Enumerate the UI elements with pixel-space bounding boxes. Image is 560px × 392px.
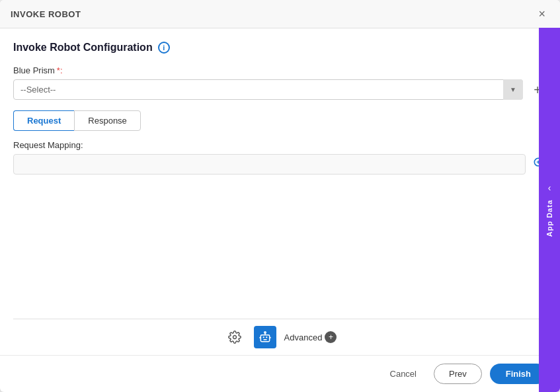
modal-toolbar: Advanced + — [13, 319, 547, 355]
modal-title: INVOKE ROBOT — [11, 9, 81, 19]
side-panel-label: App Data — [545, 200, 553, 237]
section-heading-text: Invoke Robot Configuration — [13, 42, 153, 54]
advanced-row[interactable]: Advanced + — [284, 331, 337, 343]
svg-rect-6 — [262, 336, 264, 338]
request-mapping-row — [13, 154, 547, 175]
cancel-button[interactable]: Cancel — [381, 364, 426, 384]
robot-icon-button[interactable] — [254, 326, 276, 348]
modal-body: Invoke Robot Configuration i Blue Prism … — [0, 28, 560, 355]
gear-icon-button[interactable] — [223, 326, 246, 348]
required-star: *: — [57, 65, 63, 75]
blue-prism-select[interactable]: --Select-- — [13, 79, 523, 100]
modal-footer-area — [13, 175, 547, 319]
request-mapping-input[interactable] — [13, 154, 526, 175]
blue-prism-select-wrapper: --Select-- — [13, 79, 523, 100]
advanced-plus-icon: + — [325, 331, 337, 343]
advanced-label: Advanced — [284, 333, 323, 342]
close-button[interactable]: × — [534, 7, 549, 21]
tab-response[interactable]: Response — [74, 110, 141, 131]
request-mapping-label: Request Mapping: — [13, 140, 547, 150]
prev-button[interactable]: Prev — [434, 364, 482, 384]
svg-rect-5 — [260, 335, 269, 342]
tabs-row: Request Response — [13, 110, 547, 131]
svg-rect-7 — [266, 336, 267, 338]
app-data-panel[interactable]: ‹ App Data — [539, 28, 560, 392]
blue-prism-label: Blue Prism *: — [13, 65, 547, 75]
info-icon[interactable]: i — [158, 42, 170, 54]
section-heading: Invoke Robot Configuration i — [13, 42, 547, 54]
svg-point-4 — [233, 336, 236, 339]
modal-container: INVOKE ROBOT × Invoke Robot Configuratio… — [0, 0, 560, 392]
side-panel-arrow-icon: ‹ — [548, 182, 551, 193]
tab-request[interactable]: Request — [13, 110, 74, 131]
modal-header: INVOKE ROBOT × — [0, 0, 560, 28]
modal-actions: Cancel Prev Finish — [0, 355, 560, 392]
robot-icon — [259, 331, 272, 344]
gear-icon — [228, 331, 241, 344]
blue-prism-field-row: --Select-- + — [13, 79, 547, 100]
svg-point-10 — [264, 332, 266, 334]
